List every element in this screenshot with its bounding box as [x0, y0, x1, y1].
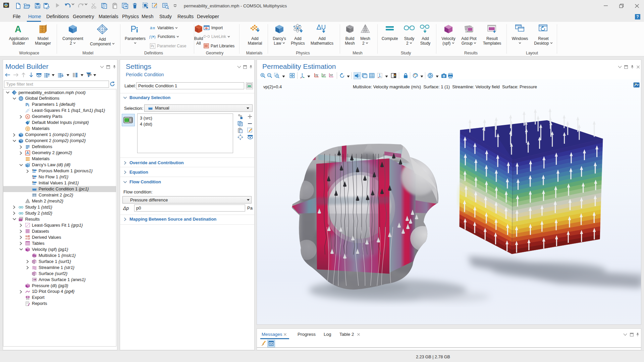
svg-text:e-12: e-12 — [25, 237, 30, 240]
svg-text:P: P — [151, 44, 153, 48]
svg-text:A: A — [15, 24, 21, 34]
svg-text:): ) — [154, 35, 156, 39]
svg-text:A: A — [26, 115, 29, 119]
svg-text:P: P — [25, 102, 28, 107]
svg-text:a: a — [150, 26, 153, 30]
svg-text:P: P — [130, 24, 136, 34]
svg-text:(: ( — [151, 35, 152, 39]
